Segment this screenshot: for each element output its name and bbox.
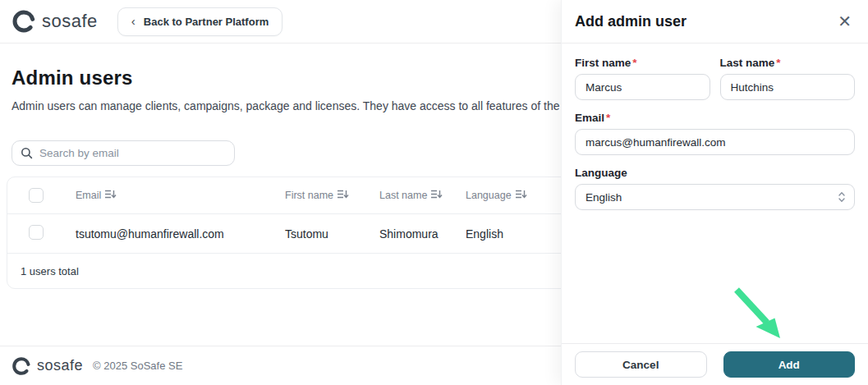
- close-icon[interactable]: ✕: [834, 10, 855, 33]
- first-name-field[interactable]: [575, 74, 710, 100]
- cell-email: tsutomu@humanfirewall.com: [76, 227, 285, 241]
- first-name-label: First name*: [575, 57, 710, 69]
- cell-first-name: Tsutomu: [285, 227, 379, 241]
- drawer-title: Add admin user: [575, 13, 687, 30]
- search-input[interactable]: [39, 147, 226, 159]
- sosafe-logo-icon: [11, 356, 31, 376]
- email-label: Email*: [575, 112, 855, 124]
- last-name-label: Last name*: [720, 57, 856, 69]
- search-box[interactable]: [11, 140, 235, 166]
- sosafe-logo-icon: [11, 9, 36, 34]
- sort-icon[interactable]: [105, 190, 117, 201]
- first-name-field-group: First name*: [575, 57, 710, 100]
- copyright-text: © 2025 SoSafe SE: [93, 360, 182, 372]
- column-header-last-name[interactable]: Last name: [379, 190, 466, 201]
- add-button[interactable]: Add: [723, 351, 856, 378]
- email-field-group: Email*: [575, 112, 855, 155]
- last-name-field[interactable]: [720, 74, 856, 100]
- drawer-body: First name* Last name* Email* Language E…: [562, 44, 868, 343]
- language-field-group: Language English: [575, 167, 855, 210]
- footer-logo: sosafe: [11, 356, 83, 376]
- sort-icon[interactable]: [431, 190, 443, 201]
- row-checkbox[interactable]: [29, 225, 44, 240]
- back-button-label: Back to Partner Platform: [144, 16, 269, 28]
- drawer-header: Add admin user ✕: [562, 0, 868, 44]
- required-marker: *: [632, 57, 636, 69]
- sort-icon[interactable]: [338, 190, 349, 201]
- column-header-first-name[interactable]: First name: [285, 190, 379, 201]
- drawer-footer: Cancel Add: [562, 343, 868, 385]
- chevron-up-down-icon: [838, 191, 846, 203]
- language-select[interactable]: English: [575, 184, 855, 210]
- required-marker: *: [606, 112, 610, 124]
- back-to-partner-platform-button[interactable]: ‹ Back to Partner Platform: [117, 7, 282, 36]
- search-icon: [21, 147, 33, 159]
- email-field[interactable]: [575, 129, 855, 155]
- last-name-field-group: Last name*: [720, 57, 856, 100]
- users-total-summary: 1 users total: [21, 265, 79, 277]
- chevron-left-icon: ‹: [131, 14, 135, 28]
- column-header-email[interactable]: Email: [76, 190, 285, 201]
- sort-icon[interactable]: [516, 190, 527, 201]
- cancel-button[interactable]: Cancel: [575, 351, 707, 378]
- select-all-checkbox[interactable]: [29, 188, 44, 203]
- footer-logo-wordmark: sosafe: [37, 357, 83, 374]
- sosafe-logo: sosafe: [11, 9, 98, 34]
- language-selected-value: English: [586, 191, 622, 204]
- cell-last-name: Shimomura: [379, 227, 466, 241]
- logo-wordmark: sosafe: [42, 11, 98, 32]
- add-admin-user-drawer: Add admin user ✕ First name* Last name* …: [561, 0, 868, 385]
- language-label: Language: [575, 167, 855, 179]
- required-marker: *: [776, 57, 780, 69]
